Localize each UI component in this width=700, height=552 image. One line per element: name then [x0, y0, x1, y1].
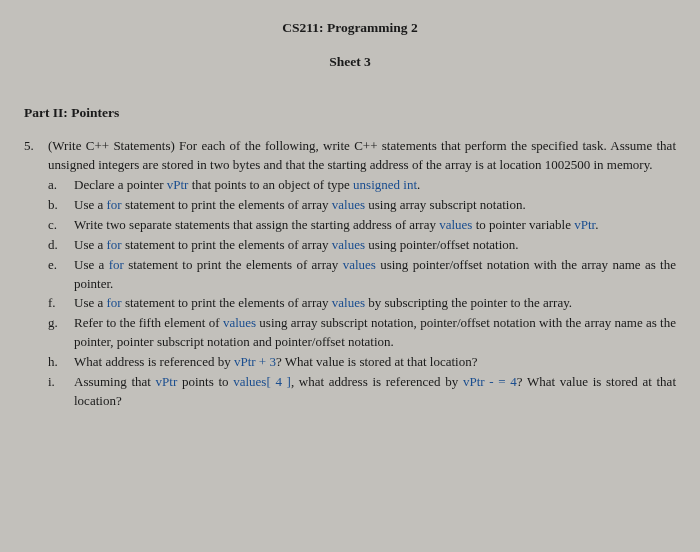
course-title: CS211: Programming 2: [24, 18, 676, 38]
code-token: for: [107, 197, 122, 212]
code-token: values: [332, 197, 365, 212]
part-heading: Part II: Pointers: [24, 103, 676, 123]
subitem-f: f. Use a for statement to print the elem…: [48, 294, 676, 313]
subitem-b: b. Use a for statement to print the elem…: [48, 196, 676, 215]
code-token: values[ 4 ]: [233, 374, 291, 389]
subitem-label: f.: [48, 294, 64, 313]
code-token: for: [109, 257, 124, 272]
subitem-text: Write two separate statements that assig…: [74, 216, 676, 235]
subitem-label: c.: [48, 216, 64, 235]
code-token: values: [223, 315, 256, 330]
subitem-h: h. What address is referenced by vPtr + …: [48, 353, 676, 372]
code-token: vPtr - = 4: [463, 374, 517, 389]
question-intro: (Write C++ Statements) For each of the f…: [48, 138, 676, 172]
subitem-text: Declare a pointer vPtr that points to an…: [74, 176, 676, 195]
subitem-label: g.: [48, 314, 64, 352]
subitem-text: Assuming that vPtr points to values[ 4 ]…: [74, 373, 676, 411]
subitem-d: d. Use a for statement to print the elem…: [48, 236, 676, 255]
subitem-label: b.: [48, 196, 64, 215]
document-header: CS211: Programming 2 Sheet 3: [24, 18, 676, 71]
subitem-label: h.: [48, 353, 64, 372]
subitem-i: i. Assuming that vPtr points to values[ …: [48, 373, 676, 411]
subitem-text: Use a for statement to print the element…: [74, 236, 676, 255]
sheet-title: Sheet 3: [24, 52, 676, 72]
subitem-g: g. Refer to the fifth element of values …: [48, 314, 676, 352]
subitem-label: a.: [48, 176, 64, 195]
question-number: 5.: [24, 137, 38, 411]
subitem-label: i.: [48, 373, 64, 411]
subitem-text: Use a for statement to print the element…: [74, 256, 676, 294]
code-token: values: [439, 217, 472, 232]
code-token: values: [332, 237, 365, 252]
subitem-a: a. Declare a pointer vPtr that points to…: [48, 176, 676, 195]
question-block: 5. (Write C++ Statements) For each of th…: [24, 137, 676, 411]
subitem-e: e. Use a for statement to print the elem…: [48, 256, 676, 294]
subitem-text: Use a for statement to print the element…: [74, 294, 676, 313]
subitem-text: What address is referenced by vPtr + 3? …: [74, 353, 676, 372]
subitem-label: e.: [48, 256, 64, 294]
subitem-text: Use a for statement to print the element…: [74, 196, 676, 215]
subitem-c: c. Write two separate statements that as…: [48, 216, 676, 235]
code-token: unsigned int: [353, 177, 417, 192]
subitems: a. Declare a pointer vPtr that points to…: [48, 176, 676, 410]
code-token: vPtr: [156, 374, 178, 389]
code-token: vPtr + 3: [234, 354, 276, 369]
code-token: vPtr: [167, 177, 189, 192]
code-token: vPtr: [574, 217, 595, 232]
subitem-label: d.: [48, 236, 64, 255]
subitem-text: Refer to the fifth element of values usi…: [74, 314, 676, 352]
code-token: for: [107, 237, 122, 252]
question-body: (Write C++ Statements) For each of the f…: [48, 137, 676, 411]
code-token: for: [107, 295, 122, 310]
code-token: values: [343, 257, 376, 272]
code-token: values: [332, 295, 365, 310]
